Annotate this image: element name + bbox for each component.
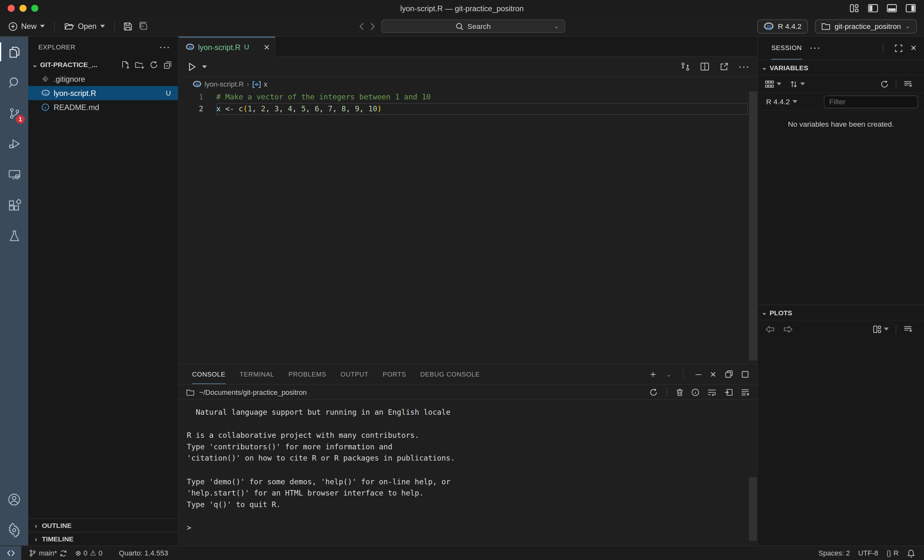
workspace-folder-section[interactable]: ⌄ GIT-PRACTICE_...: [28, 58, 178, 72]
console-output[interactable]: Natural language support but running in …: [179, 400, 758, 545]
open-in-new-window-icon[interactable]: [720, 62, 729, 71]
problems-item[interactable]: ⊗ 0 ⚠ 0: [71, 546, 107, 560]
new-console-plus-icon[interactable]: ＋: [648, 368, 658, 380]
git-branch-item[interactable]: main*: [25, 546, 71, 560]
panel-tab-output[interactable]: OUTPUT: [340, 364, 368, 384]
toggle-secondary-sidebar-icon[interactable]: [906, 4, 916, 12]
breadcrumb-file[interactable]: lyon-script.R: [204, 80, 243, 88]
panel-tab-console[interactable]: CONSOLE: [192, 364, 225, 384]
explorer-more-icon[interactable]: ···: [160, 43, 171, 52]
expand-panel-icon[interactable]: [894, 44, 903, 52]
workspace-button[interactable]: git-practice_positron ⌄: [815, 19, 917, 33]
search-activity-icon[interactable]: [0, 67, 28, 98]
customize-layout-icon[interactable]: [850, 4, 859, 12]
restart-r-icon[interactable]: [650, 388, 658, 396]
variables-group-icon[interactable]: [765, 80, 781, 88]
variables-filter-input[interactable]: [824, 95, 918, 108]
zoom-window-button[interactable]: [31, 5, 38, 12]
save-icon[interactable]: [122, 20, 134, 32]
next-plot-icon[interactable]: [783, 325, 793, 333]
remote-explorer-activity-icon[interactable]: [0, 159, 28, 190]
minimize-window-button[interactable]: [20, 5, 27, 12]
plots-layout-icon[interactable]: [873, 325, 889, 333]
new-button[interactable]: New: [6, 20, 47, 33]
runtime-label[interactable]: R 4.4.2: [766, 97, 790, 106]
notifications-bell-icon[interactable]: [903, 549, 919, 558]
trash-icon[interactable]: [676, 388, 684, 396]
navigate-forward-icon[interactable]: [370, 22, 375, 30]
breadcrumb-symbol[interactable]: x: [264, 80, 267, 88]
new-console-caret-icon[interactable]: ⌄: [666, 371, 672, 377]
panel-tab-ports[interactable]: PORTS: [383, 364, 406, 384]
quarto-version-item[interactable]: Quarto: 1.4.553: [115, 546, 172, 560]
clear-plots-icon[interactable]: [903, 325, 912, 333]
word-wrap-icon[interactable]: [707, 388, 716, 396]
clear-variables-icon[interactable]: [903, 80, 912, 88]
editor-scrollbar[interactable]: [749, 91, 757, 361]
workspace-dropdown-caret: ⌄: [905, 22, 910, 30]
plots-section-header[interactable]: ⌄ PLOTS: [758, 305, 924, 320]
new-folder-icon[interactable]: [135, 60, 144, 69]
save-all-icon[interactable]: [137, 20, 150, 32]
token-plain: ,: [359, 103, 368, 114]
remote-indicator[interactable]: [0, 546, 21, 560]
close-window-button[interactable]: [8, 5, 15, 12]
outline-section[interactable]: › OUTLINE: [28, 518, 178, 532]
run-debug-activity-icon[interactable]: [0, 128, 28, 159]
testing-activity-icon[interactable]: [0, 220, 28, 251]
refresh-variables-icon[interactable]: [880, 80, 889, 88]
editor-tab-lyon-script[interactable]: R lyon-script.R U ✕: [179, 37, 275, 57]
panel-tab-debug-console[interactable]: DEBUG CONSOLE: [420, 364, 480, 384]
panel-tab-terminal[interactable]: TERMINAL: [240, 364, 274, 384]
variables-sort-icon[interactable]: [790, 80, 805, 88]
source-actions-icon[interactable]: [681, 62, 690, 71]
runtime-caret-icon[interactable]: [793, 100, 798, 103]
session-more-icon[interactable]: ···: [810, 43, 821, 52]
maximize-panel-icon[interactable]: [741, 370, 749, 378]
variables-section-header[interactable]: ⌄ VARIABLES: [758, 60, 924, 75]
run-dropdown-caret[interactable]: [202, 65, 207, 68]
previous-plot-icon[interactable]: [765, 325, 775, 333]
tab-close-icon[interactable]: ✕: [263, 43, 270, 52]
language-mode-item[interactable]: {} R: [882, 549, 903, 557]
run-file-icon[interactable]: [187, 61, 196, 72]
console-scrollbar[interactable]: [749, 477, 756, 541]
code-line-1[interactable]: 1# Make a vector of the integers between…: [179, 91, 758, 103]
restore-panel-icon[interactable]: [725, 370, 733, 378]
code-editor[interactable]: 1# Make a vector of the integers between…: [179, 91, 758, 364]
panel-tab-problems[interactable]: PROBLEMS: [288, 364, 326, 384]
clear-console-icon[interactable]: [741, 388, 750, 396]
close-panel-icon[interactable]: ✕: [710, 370, 717, 379]
settings-gear-icon[interactable]: [0, 515, 28, 545]
account-icon[interactable]: [0, 484, 28, 515]
encoding-item[interactable]: UTF-8: [854, 549, 882, 557]
source-control-activity-icon[interactable]: 1: [0, 98, 28, 129]
toggle-primary-sidebar-icon[interactable]: [868, 4, 878, 12]
minimize-panel-icon[interactable]: ─: [696, 370, 702, 379]
split-editor-icon[interactable]: [700, 62, 710, 71]
new-file-icon[interactable]: [121, 60, 130, 69]
interpreter-button[interactable]: R R 4.4.2: [757, 19, 808, 33]
navigate-back-icon[interactable]: [359, 22, 364, 30]
file-row-README.md[interactable]: README.md: [28, 100, 178, 114]
console-working-directory[interactable]: ~/Documents/git-practice_positron: [199, 388, 307, 396]
extensions-activity-icon[interactable]: [0, 190, 28, 220]
file-row-lyon-script.R[interactable]: Rlyon-script.RU: [28, 86, 178, 100]
toggle-panel-icon[interactable]: [887, 4, 897, 12]
tab-session[interactable]: SESSION: [771, 37, 802, 60]
explorer-activity-icon[interactable]: [0, 37, 28, 67]
timeline-label: TIMELINE: [42, 536, 74, 543]
close-session-panel-icon[interactable]: ✕: [910, 43, 917, 52]
indentation-item[interactable]: Spaces: 2: [814, 549, 854, 557]
search-dropdown-caret[interactable]: ⌄: [554, 22, 559, 30]
timeline-section[interactable]: › TIMELINE: [28, 532, 178, 545]
collapse-all-icon[interactable]: [163, 60, 172, 69]
editor-more-actions-icon[interactable]: ···: [739, 62, 750, 71]
file-row-.gitignore[interactable]: .gitignore: [28, 72, 178, 86]
open-button[interactable]: Open: [62, 20, 107, 32]
refresh-icon[interactable]: [150, 60, 158, 69]
code-line-2[interactable]: 2x <- c(1, 2, 3, 4, 5, 6, 7, 8, 9, 10): [179, 103, 758, 114]
console-info-icon[interactable]: [691, 388, 699, 396]
global-search-input[interactable]: Search ⌄: [381, 19, 565, 33]
move-to-editor-icon[interactable]: [724, 388, 733, 396]
